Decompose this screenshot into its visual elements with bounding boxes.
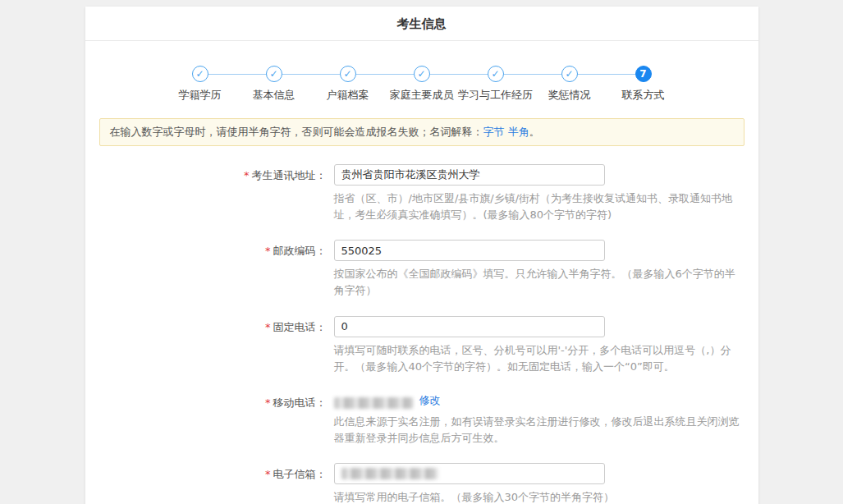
form-row-postcode: *邮政编码： 按国家公布的《全国邮政编码》填写。只允许输入半角字符。（最多输入6…: [85, 240, 758, 299]
form-row-landline: *固定电话： 请填写可随时联系的电话，区号、分机号可以用'-'分开，多个电话可以…: [85, 316, 758, 375]
glossary-link-halfwidth[interactable]: 半角: [508, 126, 529, 138]
field-label: *邮政编码：: [85, 240, 334, 299]
address-label: 考生通讯地址：: [252, 169, 327, 181]
step-done-icon: ✓: [266, 66, 282, 82]
step-connector: [430, 74, 488, 75]
address-input[interactable]: [334, 164, 605, 186]
mobile-modify-link[interactable]: 修改: [419, 394, 441, 406]
mobile-number-redacted: [334, 397, 413, 409]
form-row-address: *考生通讯地址： 指省（区、市）/地市区盟/县市旗/乡镇/街村（为考生接收复试通…: [85, 164, 758, 223]
stepper-item-academic-record[interactable]: ✓ 学籍学历: [192, 66, 208, 82]
landline-help-text: 请填写可随时联系的电话，区号、分机号可以用'-'分开，多个电话可以用逗号（,）分…: [334, 342, 741, 375]
step-label: 奖惩情况: [548, 88, 591, 103]
postcode-input[interactable]: [334, 240, 605, 261]
step-connector: [504, 74, 561, 75]
email-value-redacted: [341, 468, 438, 479]
required-mark: *: [265, 468, 271, 480]
step-done-icon: ✓: [340, 66, 356, 82]
address-help-text: 指省（区、市）/地市区盟/县市旗/乡镇/街村（为考生接收复试通知书、录取通知书地…: [334, 190, 741, 223]
stepper-item-basic-info[interactable]: ✓ 基本信息: [266, 66, 282, 82]
required-mark: *: [265, 321, 271, 333]
mobile-help-text: 此信息来源于实名注册，如有误请登录实名注册进行修改，修改后退出系统且关闭浏览器重…: [334, 414, 741, 447]
email-label: 电子信箱：: [273, 468, 327, 480]
field-label: *移动电话：: [85, 392, 334, 447]
step-current-icon: 7: [635, 66, 652, 82]
email-help-text: 请填写常用的电子信箱。（最多输入30个字节的半角字符）: [334, 489, 741, 504]
contact-info-form: *考生通讯地址： 指省（区、市）/地市区盟/县市旗/乡镇/街村（为考生接收复试通…: [85, 164, 758, 504]
step-label: 家庭主要成员: [390, 88, 454, 103]
step-done-icon: ✓: [192, 66, 208, 82]
field-label: *电子信箱：: [85, 463, 334, 504]
email-input[interactable]: [334, 463, 605, 484]
step-label: 户籍档案: [327, 88, 369, 103]
postcode-label: 邮政编码：: [273, 245, 327, 257]
required-mark: *: [265, 396, 271, 409]
step-connector: [356, 74, 414, 75]
step-connector: [282, 74, 340, 75]
stepper-item-study-work-experience[interactable]: ✓ 学习与工作经历: [488, 66, 504, 82]
step-connector: [208, 74, 266, 75]
step-label: 联系方式: [622, 88, 665, 103]
step-label: 基本信息: [253, 88, 296, 103]
step-connector: [578, 74, 635, 75]
postcode-help-text: 按国家公布的《全国邮政编码》填写。只允许输入半角字符。（最多输入6个字节的半角字…: [334, 266, 741, 299]
candidate-info-card: 考生信息 ✓ 学籍学历 ✓ 基本信息 ✓ 户籍档案 ✓ 家庭主要成员 ✓ 学习与…: [85, 7, 758, 504]
field-label: *考生通讯地址：: [85, 164, 334, 223]
step-done-icon: ✓: [414, 66, 430, 82]
form-row-email: *电子信箱： 请填写常用的电子信箱。（最多输入30个字节的半角字符）: [85, 463, 758, 504]
step-label: 学籍学历: [179, 88, 222, 103]
step-label: 学习与工作经历: [458, 88, 533, 103]
landline-label: 固定电话：: [273, 321, 327, 333]
required-mark: *: [265, 245, 271, 257]
glossary-link-byte[interactable]: 字节: [483, 126, 505, 138]
landline-input[interactable]: [334, 316, 605, 337]
stepper-item-household-file[interactable]: ✓ 户籍档案: [340, 66, 356, 82]
notice-text: 在输入数字或字母时，请使用半角字符，否则可能会造成报名失败；名词解释：: [110, 126, 483, 138]
stepper: ✓ 学籍学历 ✓ 基本信息 ✓ 户籍档案 ✓ 家庭主要成员 ✓ 学习与工作经历 …: [85, 41, 758, 100]
halfwidth-notice-banner: 在输入数字或字母时，请使用半角字符，否则可能会造成报名失败；名词解释：字节 半角…: [99, 118, 744, 146]
stepper-item-contact-info[interactable]: 7 联系方式: [635, 66, 652, 82]
notice-suffix: 。: [529, 126, 540, 138]
step-done-icon: ✓: [488, 66, 504, 82]
required-mark: *: [244, 169, 250, 181]
form-row-mobile: *移动电话： 修改 此信息来源于实名注册，如有误请登录实名注册进行修改，修改后退…: [85, 392, 758, 447]
stepper-item-rewards-punishments[interactable]: ✓ 奖惩情况: [561, 66, 578, 82]
mobile-label: 移动电话：: [273, 396, 327, 409]
stepper-item-family-members[interactable]: ✓ 家庭主要成员: [414, 66, 430, 82]
page-title: 考生信息: [85, 7, 758, 41]
step-done-icon: ✓: [561, 66, 578, 82]
field-label: *固定电话：: [85, 316, 334, 375]
